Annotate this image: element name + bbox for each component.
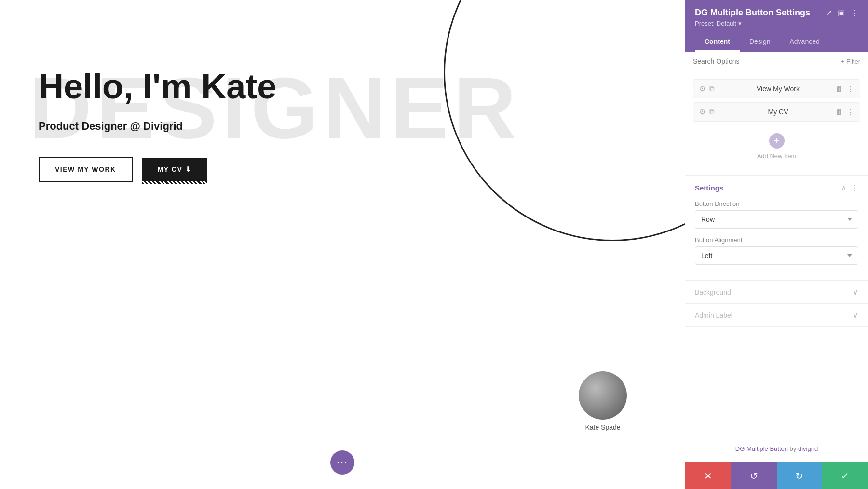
layout-icon[interactable]: ▣	[838, 8, 845, 17]
background-label: Background	[695, 288, 731, 296]
action-bar: ✕ ↺ ↻ ✓	[685, 462, 868, 489]
table-row: ⚙ ⧉ View My Work 🗑 ⋮	[693, 79, 860, 98]
admin-label-section[interactable]: Admin Label ∨	[685, 304, 868, 327]
admin-label: Admin Label	[695, 312, 732, 319]
cancel-button[interactable]: ✕	[685, 462, 731, 489]
section-header: Settings ∧ ⋮	[695, 183, 858, 192]
search-input[interactable]	[693, 57, 837, 65]
item-left-icons-2: ⚙ ⧉	[699, 108, 715, 116]
more-options-icon-2[interactable]: ⋮	[847, 108, 854, 116]
tab-content[interactable]: Content	[695, 33, 740, 52]
footer-plugin-link[interactable]: DG Multiple Button	[735, 445, 788, 452]
decorative-arc	[444, 0, 685, 241]
table-row: ⚙ ⧉ My CV 🗑 ⋮	[693, 102, 860, 122]
save-button[interactable]: ✓	[822, 462, 868, 489]
button-alignment-field: Button Alignment Left Center Right	[695, 236, 858, 272]
fab-button[interactable]: ···	[330, 450, 354, 475]
button-direction-field: Button Direction Row Column	[695, 200, 858, 236]
panel-title: DG Multiple Button Settings	[695, 8, 810, 18]
tab-design[interactable]: Design	[740, 33, 780, 52]
item-label-2: My CV	[720, 108, 836, 116]
subtitle: Product Designer @ Divigrid	[39, 120, 276, 133]
canvas-content: Hello, I'm Kate Product Designer @ Divig…	[39, 39, 276, 182]
section-icons: ∧ ⋮	[841, 183, 858, 192]
add-new-label: Add New Item	[757, 152, 797, 160]
panel-title-row: DG Multiple Button Settings ⤢ ▣ ⋮	[695, 8, 858, 18]
copy-icon-2[interactable]: ⧉	[709, 108, 715, 116]
panel-footer: DG Multiple Button by divigrid	[685, 327, 868, 462]
filter-button[interactable]: + Filter	[841, 58, 860, 65]
section-more-icon[interactable]: ⋮	[851, 183, 858, 192]
redo-button[interactable]: ↻	[777, 462, 823, 489]
avatar-container: Kate Spade	[579, 371, 627, 431]
gear-icon[interactable]: ⚙	[699, 84, 705, 93]
panel-preset[interactable]: Preset: Default ▾	[695, 20, 858, 27]
item-right-icons: 🗑 ⋮	[836, 84, 854, 93]
button-direction-label: Button Direction	[695, 200, 858, 207]
gear-icon-2[interactable]: ⚙	[699, 108, 705, 116]
collapse-icon[interactable]: ∧	[841, 183, 847, 192]
canvas: DESIGNER Hello, I'm Kate Product Designe…	[0, 0, 685, 489]
add-new-item[interactable]: + Add New Item	[693, 125, 860, 167]
undo-button[interactable]: ↺	[731, 462, 777, 489]
tab-advanced[interactable]: Advanced	[780, 33, 829, 52]
my-cv-button[interactable]: MY CV ⬇	[142, 158, 207, 181]
panel-title-icons: ⤢ ▣ ⋮	[826, 8, 858, 17]
chevron-down-icon-2: ∨	[853, 311, 858, 320]
footer-author-link[interactable]: divigrid	[798, 445, 818, 452]
more-icon[interactable]: ⋮	[851, 8, 858, 17]
button-alignment-select[interactable]: Left Center Right	[695, 246, 858, 265]
settings-section: Settings ∧ ⋮ Button Direction Row Column…	[685, 176, 868, 281]
footer-by: by	[790, 445, 798, 452]
view-my-work-button[interactable]: VIEW MY WORK	[39, 157, 133, 182]
settings-title: Settings	[695, 184, 723, 192]
buttons-row: VIEW MY WORK MY CV ⬇	[39, 157, 276, 182]
avatar-name: Kate Spade	[579, 423, 627, 431]
button-direction-select[interactable]: Row Column	[695, 210, 858, 229]
background-section[interactable]: Background ∨	[685, 281, 868, 304]
avatar	[579, 371, 627, 420]
items-list: ⚙ ⧉ View My Work 🗑 ⋮ ⚙ ⧉ My CV 🗑 ⋮ + Add…	[685, 71, 868, 176]
add-circle-icon[interactable]: +	[769, 133, 785, 149]
panel-header: DG Multiple Button Settings ⤢ ▣ ⋮ Preset…	[685, 0, 868, 52]
panel-tabs: Content Design Advanced	[695, 33, 858, 52]
chevron-down-icon: ∨	[853, 287, 858, 297]
settings-panel: DG Multiple Button Settings ⤢ ▣ ⋮ Preset…	[685, 0, 868, 489]
item-right-icons-2: 🗑 ⋮	[836, 108, 854, 116]
fullscreen-icon[interactable]: ⤢	[826, 8, 832, 17]
item-left-icons: ⚙ ⧉	[699, 84, 715, 93]
copy-icon[interactable]: ⧉	[709, 84, 715, 93]
canvas-inner: DESIGNER Hello, I'm Kate Product Designe…	[0, 0, 685, 489]
search-bar: + Filter	[685, 52, 868, 71]
item-label-1: View My Work	[720, 85, 836, 93]
button-alignment-label: Button Alignment	[695, 236, 858, 244]
main-title: Hello, I'm Kate	[39, 68, 276, 106]
more-options-icon[interactable]: ⋮	[847, 84, 854, 93]
delete-icon-2[interactable]: 🗑	[836, 108, 843, 116]
delete-icon[interactable]: 🗑	[836, 84, 843, 93]
